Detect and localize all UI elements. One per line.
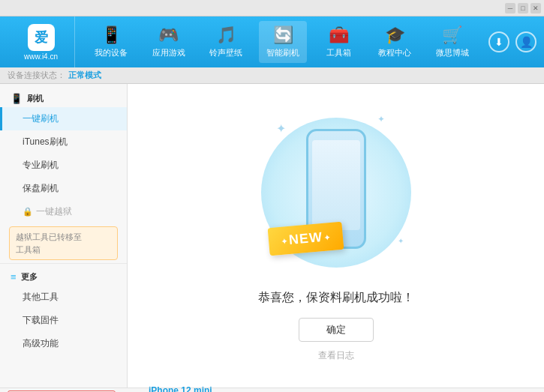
sidebar-item-download-firmware[interactable]: 下载固件	[0, 309, 127, 332]
locked-label: 一键越狱	[36, 205, 72, 218]
one-click-flash-label: 一键刷机	[23, 113, 59, 124]
advanced-label: 高级功能	[23, 338, 59, 349]
apps-games-icon: 🎮	[158, 25, 179, 45]
sparkle-3: ✦	[398, 237, 404, 245]
toolbox-icon: 🧰	[329, 25, 349, 45]
sidebar-item-one-click-flash[interactable]: 一键刷机	[0, 107, 127, 130]
nav-tutorials[interactable]: 🎓 教程中心	[371, 21, 419, 63]
nav-right: ⬇ 👤	[488, 31, 536, 52]
maximize-button[interactable]: □	[518, 3, 528, 13]
tutorials-label: 教程中心	[378, 47, 411, 58]
user-button[interactable]: 👤	[515, 31, 536, 52]
device-info: iPhone 12 mini 64GB Down-12mini-13,1	[149, 385, 212, 393]
nav-items: 📱 我的设备 🎮 应用游戏 🎵 铃声壁纸 🔄 智能刷机 🧰 工具箱 🎓 教程中心…	[83, 21, 481, 63]
flash-section-icon: 📱	[11, 93, 23, 104]
bottom-left: 自动激活 跳过向导 📱 iPhone 12 mini 64GB Down-12m…	[8, 385, 380, 393]
sidebar-item-other-tools[interactable]: 其他工具	[0, 286, 127, 309]
nav-my-device[interactable]: 📱 我的设备	[87, 21, 135, 63]
smart-shop-icon: 🔄	[273, 25, 293, 45]
sidebar: 📱 刷机 一键刷机 iTunes刷机 专业刷机 保盘刷机 🔒 一键越狱 越狱工具…	[0, 84, 128, 388]
download-firmware-label: 下载固件	[23, 315, 59, 325]
sidebar-section-more[interactable]: ≡ 更多	[0, 267, 127, 286]
device-info-group: 📱 iPhone 12 mini 64GB Down-12mini-13,1	[126, 385, 212, 393]
app-subtitle: www.i4.cn	[24, 52, 58, 61]
nav-toolbox[interactable]: 🧰 工具箱	[317, 21, 362, 63]
more-section-label: 更多	[21, 271, 38, 283]
device-name: iPhone 12 mini	[149, 385, 212, 393]
phone-screen	[312, 140, 360, 230]
status-label: 设备连接状态：	[8, 70, 65, 81]
bottom-area: 自动激活 跳过向导 📱 iPhone 12 mini 64GB Down-12m…	[0, 388, 544, 392]
content-area: ✦ ✦ ✦ NEW 恭喜您，保资料刷机成功啦！ 确定 查看日志	[128, 84, 544, 388]
sidebar-item-advanced[interactable]: 高级功能	[0, 332, 127, 355]
nav-ringtones[interactable]: 🎵 铃声壁纸	[202, 21, 250, 63]
new-badge: NEW	[267, 221, 344, 255]
save-flash-label: 保盘刷机	[23, 183, 59, 193]
sparkle-2: ✦	[377, 114, 385, 124]
nav-apps-games[interactable]: 🎮 应用游戏	[145, 21, 193, 63]
logo-area: 爱 www.i4.cn	[8, 16, 75, 67]
sidebar-notice: 越狱工具已转移至工具箱	[9, 226, 118, 260]
my-device-icon: 📱	[101, 25, 122, 45]
sidebar-item-save-flash[interactable]: 保盘刷机	[0, 177, 127, 200]
confirm-button[interactable]: 确定	[299, 318, 374, 342]
ringtones-icon: 🎵	[216, 25, 236, 45]
sidebar-item-itunes-flash[interactable]: iTunes刷机	[0, 130, 127, 154]
ringtones-label: 铃声壁纸	[209, 47, 242, 58]
notice-text: 越狱工具已转移至工具箱	[16, 232, 82, 254]
main-layout: 📱 刷机 一键刷机 iTunes刷机 专业刷机 保盘刷机 🔒 一键越狱 越狱工具…	[0, 84, 544, 388]
goto-link[interactable]: 查看日志	[318, 349, 354, 362]
toolbox-label: 工具箱	[326, 47, 351, 58]
sparkle-1: ✦	[276, 121, 286, 136]
tutorials-icon: 🎓	[385, 25, 405, 45]
minimize-button[interactable]: ─	[505, 3, 515, 13]
other-tools-label: 其他工具	[23, 292, 59, 302]
flash-section-label: 刷机	[27, 93, 44, 104]
sidebar-divider	[0, 263, 127, 264]
itunes-flash-label: iTunes刷机	[23, 136, 68, 147]
sidebar-section-flash[interactable]: 📱 刷机	[0, 88, 127, 107]
status-bar: 设备连接状态： 正常模式	[0, 67, 544, 84]
apps-games-label: 应用游戏	[152, 47, 185, 58]
nav-weisi-mall[interactable]: 🛒 微思博城	[428, 21, 476, 63]
close-button[interactable]: ✕	[530, 3, 541, 13]
success-text: 恭喜您，保资料刷机成功啦！	[258, 290, 414, 306]
more-section-icon: ≡	[11, 271, 17, 283]
title-bar: ─ □ ✕	[0, 0, 544, 16]
lock-icon: 🔒	[23, 207, 33, 217]
download-button[interactable]: ⬇	[488, 31, 509, 52]
my-device-label: 我的设备	[95, 47, 128, 58]
smart-shop-label: 智能刷机	[266, 47, 299, 58]
phone-illustration: ✦ ✦ ✦ NEW	[254, 110, 419, 275]
sidebar-locked-jailbreak: 🔒 一键越狱	[0, 200, 127, 223]
nav-smart-shop[interactable]: 🔄 智能刷机	[259, 21, 307, 63]
top-nav: 爱 www.i4.cn 📱 我的设备 🎮 应用游戏 🎵 铃声壁纸 🔄 智能刷机 …	[0, 16, 544, 67]
pro-flash-label: 专业刷机	[23, 160, 59, 170]
sidebar-item-pro-flash[interactable]: 专业刷机	[0, 154, 127, 177]
status-value: 正常模式	[68, 70, 101, 81]
weisi-mall-label: 微思博城	[436, 47, 469, 58]
weisi-mall-icon: 🛒	[442, 25, 462, 45]
app-logo: 爱	[28, 24, 55, 51]
